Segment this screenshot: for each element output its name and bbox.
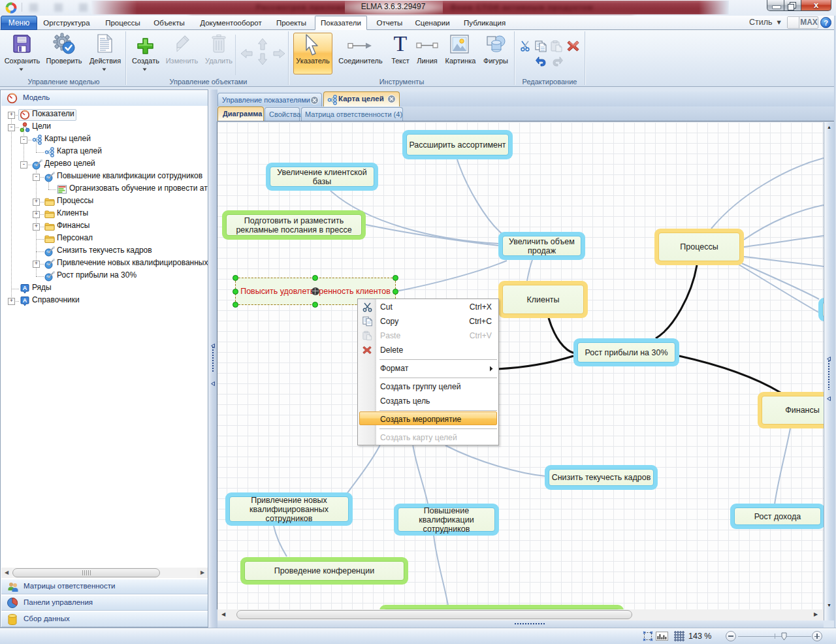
svg-text:A: A	[23, 297, 27, 304]
svg-text:A: A	[23, 285, 27, 291]
